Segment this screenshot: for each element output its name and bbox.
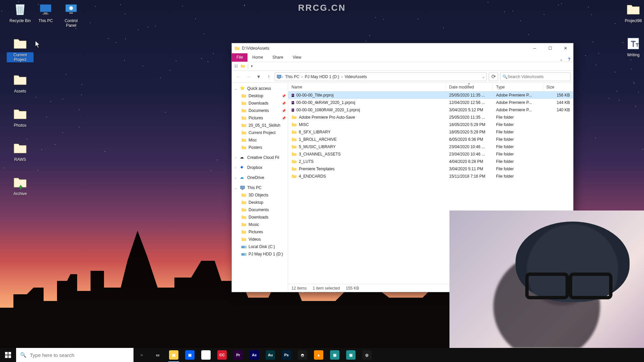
desktop-recycle-bin[interactable]: Recycle Bin [7, 2, 34, 23]
file-row[interactable]: 6_SFX_LIBRARY18/05/2020 5:29 PMFile fold… [288, 128, 573, 136]
column-headers[interactable]: Name ▾Date modified Type Size [288, 83, 573, 92]
desktop-raws[interactable]: RAWS [7, 141, 34, 162]
file-row[interactable]: Premiere Templates3/04/2020 5:11 PMFile … [288, 165, 573, 173]
search-box[interactable]: 🔍 [500, 72, 571, 81]
desktop-assets[interactable]: Assets [7, 72, 34, 94]
taskbar-after-effects[interactable]: Ae [246, 348, 262, 362]
desktop-label: Recycle Bin [8, 18, 32, 23]
taskbar-obs[interactable]: ◎ [359, 348, 375, 362]
nav-qa-item[interactable]: Documents📌 [232, 107, 288, 114]
nav-qa-item[interactable]: Posters [232, 144, 288, 151]
taskbar-creative-cloud[interactable]: CC [214, 348, 230, 362]
close-button[interactable]: ✕ [558, 43, 573, 53]
nav-quick-access[interactable]: ⌄⭐Quick access [232, 85, 288, 92]
crumb-1[interactable]: PJ May HDD 1 (D:) [303, 74, 341, 79]
taskbar-audition[interactable]: Au [262, 348, 278, 362]
desktop-label: Current Project [7, 52, 34, 62]
nav-dropbox[interactable]: ›⯁Dropbox [232, 164, 288, 171]
crumb-0[interactable]: This PC [283, 74, 302, 79]
nav-pc-item[interactable]: Local Disk (C:) [232, 243, 288, 250]
nav-label: Desktop [249, 94, 263, 98]
desktop-control-panel[interactable]: Control Panel [58, 2, 85, 28]
start-button[interactable] [0, 348, 16, 362]
ribbon-collapse-icon[interactable]: ⌄ [557, 57, 565, 62]
nav-pc-item[interactable]: Music [232, 221, 288, 228]
nav-pc-item[interactable]: Desktop [232, 199, 288, 206]
nav-qa-item[interactable]: Downloads📌 [232, 100, 288, 107]
file-row[interactable]: Pr00-00-00_4kRAW_2020_1.prproj12/04/2020… [288, 99, 573, 106]
file-row[interactable]: 5_MUSIC_LIBRARY23/04/2020 10:46 ...File … [288, 143, 573, 150]
nav-this-pc[interactable]: ⌄This PC [232, 184, 288, 191]
desktop-current-project[interactable]: Current Project [7, 36, 34, 62]
taskbar-davinci[interactable]: ◓ [294, 348, 311, 362]
taskbar-explorer[interactable]: ▣ [166, 348, 182, 362]
col-type[interactable]: Type [493, 83, 543, 91]
file-row[interactable]: 2_LUTS4/04/2020 6:28 PMFile folder [288, 158, 573, 165]
taskbar-task-view[interactable]: ▭ [150, 348, 166, 362]
nav-qa-item[interactable]: 20_05_01_Skillsh [232, 122, 288, 129]
file-row[interactable]: 3_CHANNEL_ASSETS23/04/2020 10:46 ...File… [288, 150, 573, 158]
desktop-project98[interactable]: Project98 [620, 2, 644, 23]
desktop-writing[interactable]: TTWriting [620, 36, 644, 58]
crumb-2[interactable]: VideoAssets [342, 74, 369, 79]
nav-pc-item[interactable]: Downloads [232, 214, 288, 221]
nav-qa-item[interactable]: Desktop📌 [232, 92, 288, 100]
nav-pc-item[interactable]: PJ May HDD 1 (D:) [232, 250, 288, 258]
col-size[interactable]: Size [543, 83, 573, 91]
taskbar-search-input[interactable] [30, 352, 129, 358]
search-input[interactable] [507, 74, 568, 79]
desktop-archive[interactable]: Archive [7, 175, 34, 196]
navigation-pane[interactable]: ⌄⭐Quick access Desktop📌Downloads📌Documen… [232, 83, 288, 292]
nav-creative-cloud[interactable]: ›☁Creative Cloud Fil [232, 154, 288, 161]
taskbar-cortana[interactable]: ○ [133, 348, 150, 362]
tab-view[interactable]: View [288, 53, 306, 62]
taskbar-vlc[interactable]: ▲ [311, 348, 327, 362]
nav-qa-item[interactable]: Pictures📌 [232, 114, 288, 122]
taskbar-app-teal2[interactable]: ▣ [343, 348, 359, 362]
refresh-button[interactable]: ⟳ [489, 72, 498, 81]
qat-caret-icon[interactable]: ▾ [251, 64, 253, 68]
taskbar-dropbox[interactable]: ▣ [182, 348, 198, 362]
nav-recent-caret[interactable]: ▾ [255, 73, 263, 81]
nav-back-button[interactable]: ← [234, 73, 243, 81]
breadcrumb[interactable]: › This PC› PJ May HDD 1 (D:)› VideoAsset… [275, 72, 487, 81]
maximize-button[interactable]: ☐ [542, 43, 558, 53]
file-row[interactable]: Adobe Premiere Pro Auto-Save25/05/2020 1… [288, 114, 573, 121]
file-row[interactable]: 4_ENDCARDS15/11/2018 7:16 PMFile folder [288, 173, 573, 180]
taskbar-premiere[interactable]: Pr [230, 348, 246, 362]
taskbar-photoshop[interactable]: Ps [278, 348, 294, 362]
folder-icon [291, 129, 297, 135]
tab-home[interactable]: Home [248, 53, 268, 62]
help-icon[interactable]: ? [565, 57, 573, 62]
desktop-this-pc[interactable]: This PC [32, 2, 59, 23]
file-name: 00-00-00_4kRAW_2020_1.prproj [296, 100, 355, 105]
file-row[interactable]: Pr00-00-00_1080RAW_2020_1.prproj3/04/202… [288, 106, 573, 114]
address-history-caret[interactable]: ⌄ [482, 74, 485, 79]
nav-forward-button[interactable]: → [245, 73, 253, 81]
tab-share[interactable]: Share [268, 53, 288, 62]
col-name[interactable]: Name [288, 83, 446, 91]
webcam-overlay [449, 210, 644, 348]
qat-newfolder-icon[interactable] [240, 64, 245, 69]
nav-onedrive[interactable]: ›☁OneDrive [232, 174, 288, 181]
tab-file[interactable]: File [232, 53, 248, 62]
nav-up-button[interactable]: ↑ [265, 73, 273, 81]
titlebar[interactable]: D:\VideoAssets ─ ☐ ✕ [232, 43, 573, 53]
file-row[interactable]: Pr00-00-00_Title.prproj25/05/2020 11:35 … [288, 92, 573, 99]
nav-pc-item[interactable]: Videos [232, 236, 288, 243]
nav-qa-item[interactable]: Current Project [232, 129, 288, 136]
file-row[interactable]: 1_BROLL_ARCHIVE6/05/2020 6:36 PMFile fol… [288, 136, 573, 143]
taskbar-chrome[interactable]: ◉ [198, 348, 214, 362]
nav-pc-item[interactable]: 3D Objects [232, 191, 288, 199]
file-row[interactable]: MISC18/05/2020 5:29 PMFile folder [288, 121, 573, 128]
minimize-button[interactable]: ─ [527, 43, 542, 53]
nav-label: Current Project [249, 130, 276, 135]
taskbar-search[interactable]: 🔍 [16, 348, 133, 362]
taskbar-app-teal1[interactable]: ▣ [327, 348, 343, 362]
nav-pc-item[interactable]: Documents [232, 206, 288, 214]
nav-qa-item[interactable]: Misc [232, 136, 288, 144]
qat-properties-icon[interactable]: ☑ [234, 64, 238, 68]
nav-pc-item[interactable]: Pictures [232, 228, 288, 236]
col-date[interactable]: ▾Date modified [446, 83, 493, 91]
desktop-photos[interactable]: Photos [7, 107, 34, 128]
